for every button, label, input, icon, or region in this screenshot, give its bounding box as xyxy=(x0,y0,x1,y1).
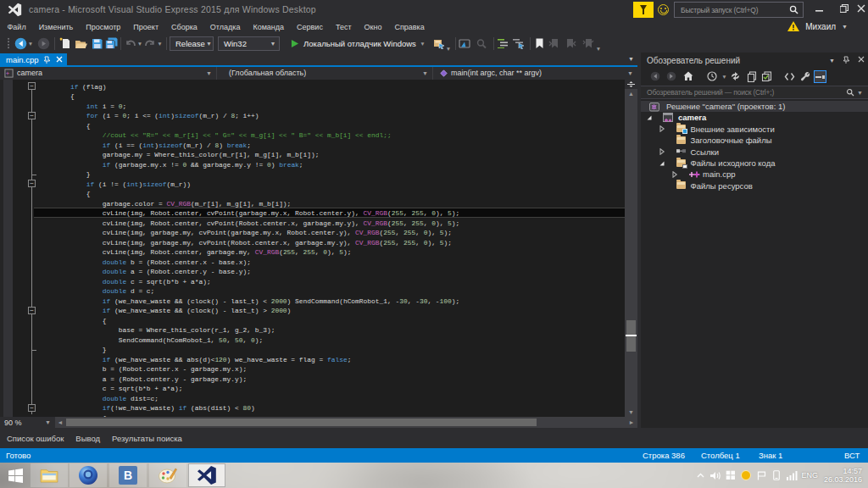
tray-network-icon[interactable] xyxy=(787,471,798,480)
tray-volume-icon[interactable] xyxy=(710,471,721,480)
horizontal-scrollbar[interactable]: ◄ ► xyxy=(55,417,637,428)
fold-collapse-icon[interactable]: − xyxy=(28,112,36,119)
tray-windows-icon[interactable] xyxy=(726,470,737,480)
menu-item-5[interactable]: Отладка xyxy=(203,21,247,33)
taskbar-file-explorer[interactable] xyxy=(31,463,68,487)
user-dropdown-icon[interactable]: ▼ xyxy=(842,24,848,30)
warning-icon[interactable] xyxy=(787,21,799,31)
notifications-button[interactable] xyxy=(633,2,654,18)
expand-arrow-icon[interactable] xyxy=(659,148,665,155)
dropdown-arrow-icon[interactable]: ▼ xyxy=(157,41,163,47)
start-debug-button[interactable]: Локальный отладчик Windows▼ xyxy=(287,36,426,51)
scroll-up-icon[interactable]: ▲ xyxy=(625,89,637,98)
close-button[interactable] xyxy=(854,0,868,17)
tree-item-4[interactable]: Ссылки xyxy=(641,147,868,158)
tray-app-yellow-icon[interactable] xyxy=(741,470,752,480)
restore-button[interactable] xyxy=(832,0,856,17)
configuration-dropdown[interactable]: Release▼ xyxy=(170,36,214,51)
fold-collapse-icon[interactable]: − xyxy=(28,82,36,90)
navigate-forward-icon[interactable] xyxy=(37,36,50,51)
tray-hidden-icons-chevron[interactable] xyxy=(695,473,706,478)
se-copy-doc-check-icon[interactable] xyxy=(760,70,773,83)
start-button[interactable] xyxy=(0,463,31,487)
user-name[interactable]: Михаил xyxy=(805,22,836,31)
tab-close-icon[interactable] xyxy=(56,56,63,63)
split-handle[interactable] xyxy=(625,80,637,89)
solution-explorer-header[interactable]: Обозреватель решений ▼ xyxy=(641,53,868,68)
pin-icon[interactable] xyxy=(839,56,854,65)
zoom-dropdown[interactable]: 90 % ▼ xyxy=(0,417,55,428)
menu-item-1[interactable]: Изменить xyxy=(32,21,80,33)
toolbar-overflow-icon[interactable]: ▼ xyxy=(445,46,451,53)
clear-bookmarks-icon[interactable] xyxy=(582,36,595,51)
prev-bookmark-icon[interactable] xyxy=(548,36,560,51)
feedback-smiley-icon[interactable] xyxy=(658,4,669,15)
toolbar-grip[interactable] xyxy=(7,37,10,49)
pin-icon[interactable] xyxy=(44,56,51,64)
vertical-scrollbar[interactable]: ▲ ▼ xyxy=(625,80,637,417)
redo-icon[interactable] xyxy=(144,36,157,51)
navigate-back-icon[interactable] xyxy=(14,36,27,51)
taskbar-app-b[interactable]: B xyxy=(109,463,147,487)
toolbar-overflow-icon[interactable]: ▼ xyxy=(595,46,601,53)
menu-item-2[interactable]: Просмотр xyxy=(80,21,127,33)
fold-collapse-icon[interactable]: − xyxy=(28,307,36,314)
expand-arrow-icon[interactable] xyxy=(671,171,678,178)
nav-function-dropdown[interactable]: main(int argc, char ** argv) ▼ xyxy=(433,67,637,80)
minimize-button[interactable] xyxy=(807,0,832,17)
menu-item-4[interactable]: Сборка xyxy=(165,21,204,33)
find-in-files-icon[interactable] xyxy=(432,36,445,51)
document-list-dropdown-icon[interactable]: ▼ xyxy=(628,56,634,62)
se-properties-wrench-icon[interactable] xyxy=(798,70,811,83)
new-file-icon[interactable] xyxy=(58,36,71,51)
find-symbol-icon[interactable] xyxy=(475,36,487,51)
panel-tab-2[interactable]: Результаты поиска xyxy=(106,434,188,443)
next-bookmark-icon[interactable] xyxy=(565,36,577,51)
tray-language[interactable]: ENG xyxy=(801,471,818,480)
menu-item-7[interactable]: Сервис xyxy=(291,21,330,33)
se-pending-changes-icon[interactable] xyxy=(705,70,718,83)
panel-tab-0[interactable]: Список ошибок xyxy=(1,434,70,443)
se-preview-selected-icon[interactable] xyxy=(814,70,826,83)
undo-icon[interactable] xyxy=(124,36,136,51)
menu-item-9[interactable]: Окно xyxy=(358,21,388,33)
se-back-icon[interactable] xyxy=(648,70,661,83)
se-sync-active-doc-icon[interactable] xyxy=(729,70,742,83)
se-code-view-icon[interactable] xyxy=(783,70,796,83)
scroll-right-icon[interactable]: ► xyxy=(626,417,637,428)
se-forward-icon[interactable] xyxy=(665,70,677,83)
nav-scope-dropdown[interactable]: (Глобальная область) ▼ xyxy=(217,67,433,80)
save-icon[interactable] xyxy=(91,36,103,51)
tree-item-3[interactable]: Заголовочные файлы xyxy=(641,135,868,146)
dropdown-arrow-icon[interactable]: ▼ xyxy=(721,74,728,80)
panel-tab-1[interactable]: Вывод xyxy=(70,434,106,443)
collapse-arrow-icon[interactable] xyxy=(659,160,665,167)
scroll-down-icon[interactable]: ▼ xyxy=(625,408,637,417)
hscrollbar-thumb[interactable] xyxy=(66,419,537,426)
tree-item-2[interactable]: Внешние зависимости xyxy=(641,124,868,135)
tree-item-5[interactable]: Файлы исходного кода xyxy=(641,158,868,169)
panel-menu-icon[interactable]: ▼ xyxy=(825,58,839,64)
scroll-left-icon[interactable]: ◄ xyxy=(55,417,65,428)
tree-item-0[interactable]: Решение "camera" (проектов: 1) xyxy=(641,101,868,112)
dropdown-arrow-icon[interactable]: ▼ xyxy=(28,41,34,47)
menu-item-10[interactable]: Справка xyxy=(388,21,431,33)
dropdown-arrow-icon[interactable]: ▼ xyxy=(137,41,143,47)
se-copy-doc-icon[interactable] xyxy=(745,70,758,83)
platform-dropdown[interactable]: Win32▼ xyxy=(218,36,280,51)
fold-collapse-icon[interactable]: − xyxy=(28,180,36,187)
navigate-to-icon[interactable] xyxy=(459,36,471,51)
tray-phone-icon[interactable] xyxy=(771,470,782,480)
menu-item-3[interactable]: Проект xyxy=(127,21,165,33)
apply-marks-icon[interactable] xyxy=(512,36,525,51)
expand-arrow-icon[interactable] xyxy=(659,125,665,132)
tab-main-cpp[interactable]: main.cpp xyxy=(0,53,67,65)
code-editor[interactable]: −−−−− if (flag) { int i = 0; for (i = 0;… xyxy=(0,80,637,417)
tree-item-7[interactable]: Файлы ресурсов xyxy=(641,180,868,191)
save-marks-icon[interactable] xyxy=(496,36,509,51)
nav-project-dropdown[interactable]: + camera ▼ xyxy=(0,67,217,80)
save-all-icon[interactable] xyxy=(105,36,118,51)
panel-close-icon[interactable] xyxy=(854,56,868,64)
tray-flag-icon[interactable] xyxy=(756,471,767,480)
se-home-icon[interactable] xyxy=(682,70,694,83)
